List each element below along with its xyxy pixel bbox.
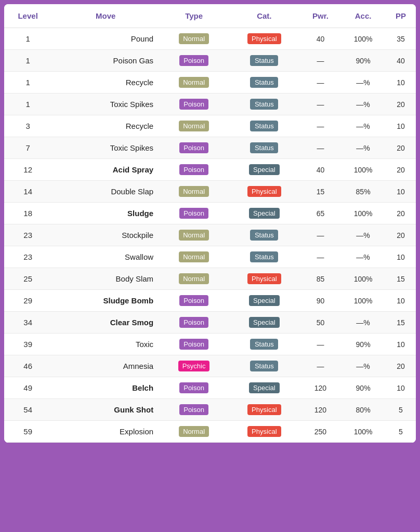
cell-move: Body Slam (51, 268, 160, 290)
cell-level: 49 (4, 377, 51, 399)
cat-badge: Status (250, 121, 278, 131)
cell-acc: —% (340, 246, 386, 268)
cell-level: 14 (4, 181, 51, 203)
cell-pwr: 15 (300, 181, 341, 203)
cat-badge: Special (249, 382, 280, 393)
cat-badge: Special (249, 317, 280, 328)
cell-cat: Special (228, 377, 300, 399)
cell-cat: Physical (228, 28, 300, 50)
cat-badge: Status (250, 55, 278, 66)
cell-cat: Status (228, 355, 300, 377)
cell-level: 25 (4, 268, 51, 290)
cell-level: 34 (4, 312, 51, 334)
cell-pwr: — (300, 334, 341, 355)
col-cat: Cat. (228, 4, 300, 28)
cell-type: Normal (160, 181, 228, 203)
cell-cat: Status (228, 246, 300, 268)
cell-cat: Special (228, 290, 300, 312)
table-row: 46AmnesiaPsychicStatus——%20 (4, 355, 416, 377)
cell-acc: 100% (340, 203, 386, 224)
type-badge: Poison (179, 317, 208, 328)
cell-move: Swallow (51, 246, 160, 268)
cell-pwr: 120 (300, 399, 341, 421)
cell-pp: 10 (386, 181, 416, 203)
cell-move: Stockpile (51, 224, 160, 246)
cell-cat: Status (228, 115, 300, 137)
cell-pp: 5 (386, 421, 416, 443)
cell-type: Poison (160, 137, 228, 159)
cat-badge: Status (250, 230, 278, 241)
cell-pwr: 65 (300, 203, 341, 224)
cell-type: Psychic (160, 355, 228, 377)
cell-acc: 90% (340, 50, 386, 72)
type-badge: Normal (179, 251, 209, 262)
type-badge: Poison (179, 142, 208, 153)
cat-badge: Status (250, 361, 278, 371)
cat-badge: Special (249, 295, 280, 306)
cell-level: 18 (4, 203, 51, 224)
cell-level: 39 (4, 334, 51, 355)
cell-type: Poison (160, 50, 228, 72)
type-badge: Normal (179, 186, 209, 197)
moves-table: Level Move Type Cat. Pwr. Acc. PP 1Pound… (4, 4, 416, 443)
type-badge: Normal (179, 33, 209, 44)
cell-move: Recycle (51, 115, 160, 137)
table-row: 14Double SlapNormalPhysical1585%10 (4, 181, 416, 203)
cell-type: Poison (160, 377, 228, 399)
type-badge: Poison (179, 382, 208, 393)
cat-badge: Status (250, 339, 278, 350)
cat-badge: Special (249, 164, 280, 175)
col-pp: PP (386, 4, 416, 28)
cell-move: Toxic (51, 334, 160, 355)
cell-level: 46 (4, 355, 51, 377)
col-level: Level (4, 4, 51, 28)
cell-move: Toxic Spikes (51, 94, 160, 115)
cell-pwr: — (300, 50, 341, 72)
type-badge: Normal (179, 121, 209, 131)
cell-pp: 20 (386, 355, 416, 377)
col-type: Type (160, 4, 228, 28)
cell-move: Sludge Bomb (51, 290, 160, 312)
cell-level: 1 (4, 28, 51, 50)
cell-acc: —% (340, 312, 386, 334)
cat-badge: Physical (247, 186, 281, 197)
cell-level: 1 (4, 72, 51, 94)
type-badge: Poison (179, 295, 208, 306)
cat-badge: Status (250, 251, 278, 262)
cell-pp: 20 (386, 203, 416, 224)
cell-move: Pound (51, 28, 160, 50)
cell-acc: 100% (340, 290, 386, 312)
cat-badge: Physical (247, 273, 281, 284)
table-row: 39ToxicPoisonStatus—90%10 (4, 334, 416, 355)
cat-badge: Status (250, 77, 278, 88)
cell-type: Poison (160, 334, 228, 355)
cell-cat: Special (228, 159, 300, 181)
cell-pp: 20 (386, 224, 416, 246)
cell-move: Belch (51, 377, 160, 399)
cell-move: Poison Gas (51, 50, 160, 72)
cell-type: Poison (160, 203, 228, 224)
table-row: 34Clear SmogPoisonSpecial50—%15 (4, 312, 416, 334)
cat-badge: Special (249, 208, 280, 219)
cell-acc: —% (340, 355, 386, 377)
cell-type: Poison (160, 290, 228, 312)
cell-pwr: 250 (300, 421, 341, 443)
col-pwr: Pwr. (300, 4, 341, 28)
cell-pp: 10 (386, 377, 416, 399)
cell-acc: 100% (340, 268, 386, 290)
type-badge: Poison (179, 164, 208, 175)
table-row: 1PoundNormalPhysical40100%35 (4, 28, 416, 50)
cell-level: 54 (4, 399, 51, 421)
table-row: 7Toxic SpikesPoisonStatus——%20 (4, 137, 416, 159)
cell-acc: 90% (340, 377, 386, 399)
cell-pwr: — (300, 72, 341, 94)
type-badge: Normal (179, 77, 209, 88)
cell-cat: Physical (228, 181, 300, 203)
col-acc: Acc. (340, 4, 386, 28)
cell-acc: —% (340, 72, 386, 94)
type-badge: Poison (179, 404, 208, 415)
cell-type: Normal (160, 268, 228, 290)
cell-cat: Physical (228, 421, 300, 443)
table-row: 3RecycleNormalStatus——%10 (4, 115, 416, 137)
cell-level: 23 (4, 224, 51, 246)
